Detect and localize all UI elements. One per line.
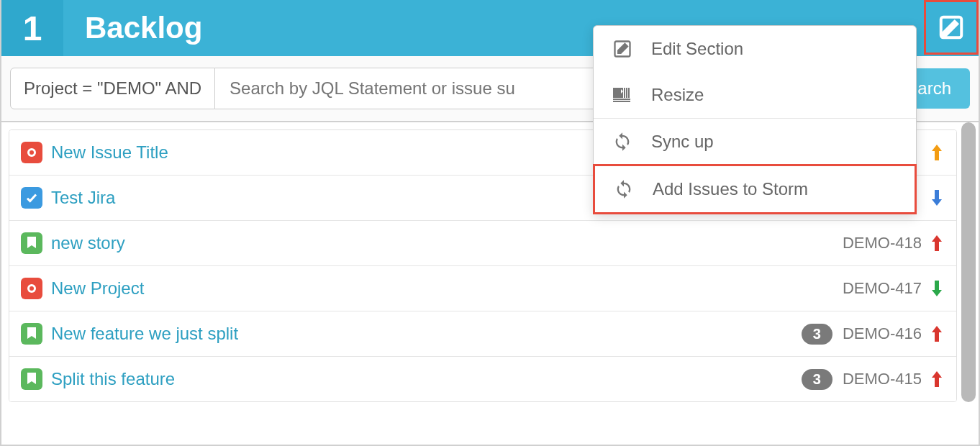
issue-title-link[interactable]: New feature we just split	[51, 324, 802, 344]
issue-type-icon	[21, 142, 42, 163]
section-title: Backlog	[85, 11, 202, 45]
issue-type-icon	[21, 368, 42, 390]
menu-item-add-issues-to-storm[interactable]: Add Issues to Storm	[593, 164, 917, 214]
menu-item-resize[interactable]: Resize	[594, 72, 916, 119]
svg-point-4	[30, 286, 34, 291]
menu-item-label: Edit Section	[651, 39, 743, 59]
issue-title-link[interactable]: Split this feature	[51, 369, 802, 389]
app-container: 1 Backlog Project = "DEMO" AND arch New …	[0, 0, 980, 446]
issue-row[interactable]: new storyDEMO-418	[9, 221, 956, 266]
svg-rect-10	[628, 88, 630, 98]
issue-type-icon	[21, 278, 42, 299]
issue-row[interactable]: New ProjectDEMO-417	[9, 266, 956, 311]
edit-icon	[938, 14, 965, 41]
context-menu: Edit SectionResizeSync upAdd Issues to S…	[593, 25, 917, 214]
issue-key: DEMO-415	[843, 370, 922, 388]
issue-row[interactable]: New feature we just split3DEMO-416	[9, 311, 956, 357]
issue-key: DEMO-418	[843, 234, 922, 252]
issue-key: DEMO-416	[843, 324, 922, 343]
issue-row[interactable]: Split this feature3DEMO-415	[9, 357, 956, 401]
issue-key: DEMO-417	[843, 279, 922, 298]
priority-arrow-icon	[929, 234, 945, 252]
priority-arrow-icon	[929, 279, 945, 298]
issue-type-icon	[21, 323, 42, 345]
menu-item-label: Resize	[651, 85, 704, 105]
svg-point-2	[30, 150, 34, 155]
jql-prefix: Project = "DEMO" AND	[10, 68, 215, 109]
section-number-box: 1	[1, 0, 63, 56]
menu-item-edit-section[interactable]: Edit Section	[594, 26, 916, 72]
sync-icon	[614, 179, 645, 199]
issue-title-link[interactable]: New Project	[51, 278, 843, 299]
issue-count-badge: 3	[802, 369, 832, 390]
priority-arrow-icon	[929, 188, 945, 207]
priority-arrow-icon	[929, 370, 945, 388]
issue-type-icon	[21, 232, 42, 254]
priority-arrow-icon	[929, 143, 945, 162]
svg-rect-12	[613, 101, 630, 102]
priority-arrow-icon	[929, 324, 945, 343]
edit-icon	[612, 39, 644, 59]
scrollbar[interactable]	[961, 122, 976, 402]
section-number: 1	[23, 9, 42, 48]
svg-rect-9	[626, 88, 627, 98]
issue-title-link[interactable]: new story	[51, 233, 843, 253]
menu-item-sync-up[interactable]: Sync up	[594, 119, 916, 165]
svg-rect-11	[613, 99, 630, 100]
issue-count-badge: 3	[802, 324, 832, 345]
edit-section-button[interactable]	[924, 0, 979, 55]
sync-icon	[612, 132, 644, 152]
resize-icon	[612, 87, 644, 103]
menu-item-label: Add Issues to Storm	[653, 179, 808, 199]
svg-rect-8	[624, 88, 625, 98]
scrollbar-thumb[interactable]	[961, 122, 976, 402]
menu-item-label: Sync up	[651, 132, 714, 152]
issue-type-icon	[21, 187, 42, 209]
